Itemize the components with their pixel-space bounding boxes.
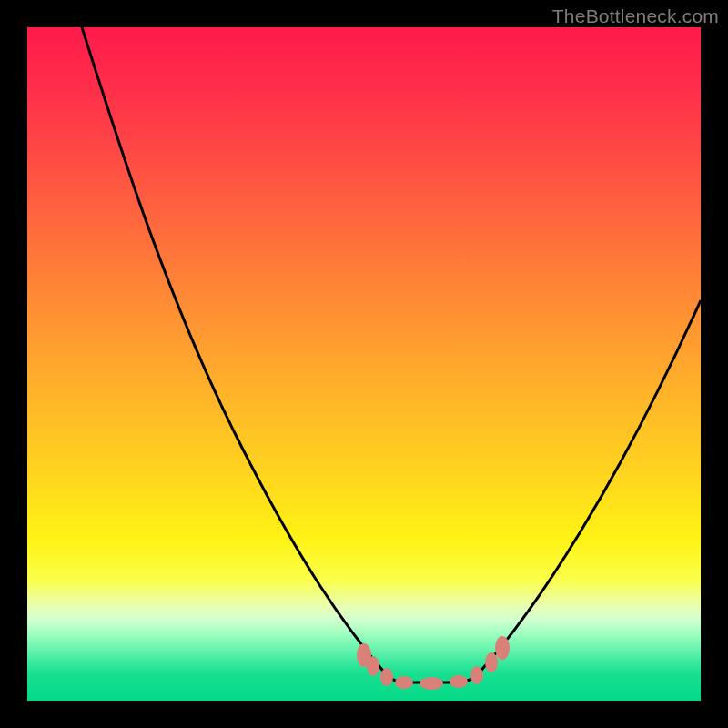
- curve-path: [82, 27, 701, 682]
- svg-point-4: [420, 677, 443, 690]
- svg-point-3: [395, 676, 413, 689]
- svg-point-6: [470, 666, 483, 684]
- svg-point-8: [495, 636, 510, 660]
- svg-point-7: [485, 652, 498, 672]
- svg-point-5: [450, 675, 468, 688]
- svg-point-1: [367, 656, 379, 676]
- svg-point-2: [380, 668, 393, 686]
- chart-svg: [27, 27, 701, 701]
- valley-markers: [357, 636, 510, 690]
- watermark-text: TheBottleneck.com: [552, 5, 719, 27]
- chart-area: [27, 27, 701, 701]
